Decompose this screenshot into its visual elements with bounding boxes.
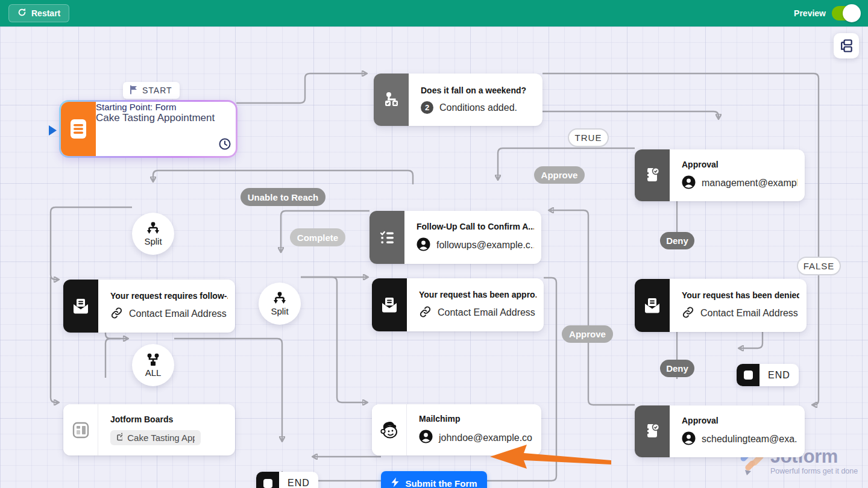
branch-pill-false: FALSE <box>797 257 841 275</box>
refresh-icon <box>17 8 27 19</box>
node-approval-scheduling[interactable]: Approval schedulingteam@exa... <box>635 405 805 457</box>
board-name: Cake Tasting Appoint... <box>127 433 195 443</box>
email-icon <box>635 279 670 332</box>
form-icon <box>61 102 96 156</box>
restart-button[interactable]: Restart <box>8 4 69 22</box>
branch-pill-deny-top: Deny <box>660 232 694 249</box>
merge-icon <box>145 353 161 368</box>
jotform-tagline: Powerful forms get it done <box>770 467 858 475</box>
node-jotform-boards[interactable]: Jotform Boards Cake Tasting Appoint... <box>63 404 235 455</box>
node-title: Follow-Up Call to Confirm A... <box>417 222 534 231</box>
avatar-icon <box>682 175 696 192</box>
link-icon <box>110 307 123 322</box>
end-icon <box>737 364 760 386</box>
end-label: END <box>279 472 318 488</box>
node-title: Starting Point: Form <box>96 102 215 112</box>
restart-label: Restart <box>31 8 60 18</box>
topbar: Restart Preview <box>0 0 868 27</box>
node-end-right[interactable]: END <box>737 364 799 386</box>
link-icon <box>419 305 432 321</box>
merge-label: ALL <box>145 368 162 377</box>
node-merge-all[interactable]: ALL <box>132 344 174 386</box>
approver-row: schedulingteam@exa... <box>682 431 797 448</box>
node-followup-task[interactable]: Follow-Up Call to Confirm A... followups… <box>370 211 541 264</box>
approval-icon <box>635 405 670 457</box>
node-title: Jotform Boards <box>110 414 228 424</box>
conditions-summary: 2 Conditions added. <box>421 101 535 114</box>
recipient-field: Contact Email Address <box>700 308 798 319</box>
split-icon <box>272 292 288 306</box>
wire-start-condition <box>236 74 366 103</box>
split-label: Split <box>144 237 162 246</box>
task-checklist-icon <box>370 211 404 264</box>
node-title: Your request requires follow-... <box>110 291 228 301</box>
approver-row: management@exampl... <box>682 175 797 192</box>
link-icon <box>682 306 694 321</box>
node-approval-management[interactable]: Approval management@exampl... <box>635 149 805 201</box>
preview-toggle[interactable] <box>832 6 860 20</box>
branch-pill-unable-to-reach: Unable to Reach <box>241 188 326 206</box>
node-email-approved[interactable]: Your request has been appro... Contact E… <box>372 278 544 331</box>
wire-approve-mid <box>549 210 635 405</box>
clock-icon <box>218 137 231 153</box>
form-name: Cake Tasting Appointment <box>96 112 215 124</box>
bolt-icon <box>391 477 400 488</box>
account-email: johndoe@example.co <box>439 433 532 443</box>
condition-branch-icon <box>374 74 409 126</box>
node-title: Mailchimp <box>419 414 534 424</box>
flow-tree-button[interactable] <box>834 33 859 58</box>
avatar-icon <box>417 237 430 254</box>
node-title: Your request has been appro... <box>419 290 536 299</box>
avatar-icon <box>419 430 433 446</box>
submit-form-button[interactable]: Submit the Form <box>381 471 487 488</box>
branch-pill-true: TRUE <box>568 128 609 147</box>
toggle-knob <box>843 4 861 22</box>
start-flag-text: START <box>142 86 172 95</box>
email-icon <box>63 280 98 333</box>
preview-label: Preview <box>794 8 826 18</box>
node-split-left[interactable]: Split <box>132 213 174 255</box>
approver-email: management@exampl... <box>702 178 797 189</box>
external-link-icon <box>116 433 122 443</box>
conditions-text: Conditions added. <box>439 102 517 113</box>
branch-pill-approve-mid: Approve <box>562 325 613 343</box>
node-title: Approval <box>682 416 797 425</box>
node-split-mid[interactable]: Split <box>259 283 301 325</box>
assignee-email: followups@example.c... <box>436 240 534 251</box>
workflow-builder-preview: Restart Preview <box>0 0 868 488</box>
branch-pill-approve-top: Approve <box>534 166 585 184</box>
node-condition-weekend[interactable]: Does it fall on a weekend? 2 Conditions … <box>374 74 542 126</box>
submit-label: Submit the Form <box>405 478 477 488</box>
approval-icon <box>635 149 670 201</box>
end-icon <box>256 472 279 488</box>
wire-boards-all <box>105 339 121 378</box>
recipient-field: Contact Email Address <box>129 308 227 319</box>
node-email-denied[interactable]: Your request has been denied Contact Ema… <box>635 279 807 332</box>
recipient-field: Contact Email Address <box>438 307 535 318</box>
email-icon <box>372 278 407 331</box>
wire-split-boards <box>51 277 58 402</box>
end-label: END <box>760 364 799 386</box>
avatar-icon <box>682 431 696 448</box>
board-link-row: Cake Tasting Appoint... <box>110 430 228 445</box>
recipient-row: Contact Email Address <box>419 305 536 321</box>
flow-canvas[interactable]: START Starting Point: Form Cake Tasting … <box>0 27 868 488</box>
wire-split-email1 <box>51 207 132 280</box>
play-marker-icon <box>48 125 57 139</box>
node-starting-point-form[interactable]: Starting Point: Form Cake Tasting Appoin… <box>59 100 237 158</box>
node-title: Does it fall on a weekend? <box>421 86 535 95</box>
approver-email: schedulingteam@exa... <box>702 434 797 445</box>
wire-split2-mailchimp <box>301 277 367 402</box>
node-email-followup[interactable]: Your request requires follow-... Contact… <box>63 280 235 333</box>
split-icon <box>145 222 161 236</box>
board-chip[interactable]: Cake Tasting Appoint... <box>110 430 201 445</box>
flag-icon <box>129 85 138 96</box>
node-mailchimp[interactable]: Mailchimp johndoe@example.co <box>372 404 541 455</box>
node-end-bottom[interactable]: END <box>256 472 318 488</box>
node-title: Your request has been denied <box>682 290 799 300</box>
account-row: johndoe@example.co <box>419 430 534 446</box>
wire-unable <box>153 170 413 184</box>
recipient-row: Contact Email Address <box>110 307 228 322</box>
branch-pill-deny-mid: Deny <box>660 360 694 377</box>
recipient-row: Contact Email Address <box>682 306 799 321</box>
